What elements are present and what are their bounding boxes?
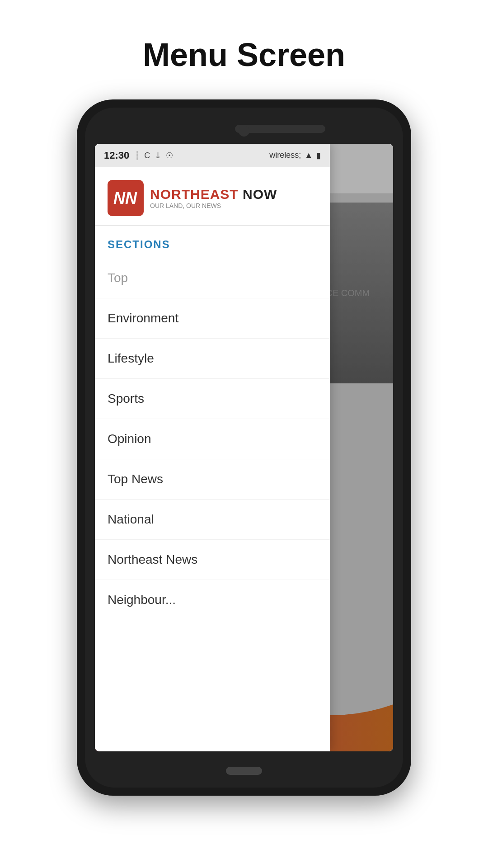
logo-icon: NN: [108, 180, 144, 216]
status-icons: ┆ C ⤓ ☉: [135, 151, 173, 160]
shield-icon: ☉: [166, 151, 173, 160]
menu-item-environment[interactable]: Environment: [95, 298, 330, 339]
phone-screen: NE NOW SPORTS OP... SERVICE COMM mmoneds…: [95, 144, 393, 751]
sections-label: SECTIONS: [95, 226, 330, 258]
menu-item-national[interactable]: National: [95, 500, 330, 540]
logo-northeast: NORTHEAST: [150, 187, 239, 202]
battery-icon: ▮: [316, 151, 321, 160]
menu-item-northeast-news[interactable]: Northeast News: [95, 540, 330, 580]
side-drawer: 12:30 ┆ C ⤓ ☉ wireless; ▲ ▮: [95, 144, 330, 751]
phone-home-button[interactable]: [226, 767, 262, 775]
temp-icon: C: [144, 151, 150, 160]
phone-shell: NE NOW SPORTS OP... SERVICE COMM mmoneds…: [77, 99, 411, 796]
page-title: Menu Screen: [0, 0, 488, 100]
menu-item-top[interactable]: Top: [95, 258, 330, 298]
logo-tagline: OUR LAND, OUR NEWS: [150, 202, 277, 209]
phone-inner: NE NOW SPORTS OP... SERVICE COMM mmoneds…: [85, 108, 403, 788]
menu-list: Top Environment Lifestyle Sports Opinion…: [95, 258, 330, 620]
logo-svg: NN: [110, 182, 141, 214]
menu-item-opinion[interactable]: Opinion: [95, 419, 330, 459]
download-icon: ⤓: [155, 151, 161, 160]
menu-item-sports[interactable]: Sports: [95, 379, 330, 419]
menu-item-top-news[interactable]: Top News: [95, 459, 330, 500]
network-icon: ┆: [135, 151, 140, 160]
logo-now: NOW: [239, 187, 277, 202]
wifi-icon: wireless;: [269, 151, 301, 160]
menu-item-lifestyle[interactable]: Lifestyle: [95, 339, 330, 379]
phone-camera: [239, 126, 249, 137]
menu-item-neighbours[interactable]: Neighbour...: [95, 580, 330, 620]
status-bar: 12:30 ┆ C ⤓ ☉ wireless; ▲ ▮: [95, 144, 330, 167]
drawer-logo: NN NORTHEAST NOW OUR LAND, OUR NEWS: [95, 167, 330, 226]
drawer-overlay[interactable]: [330, 144, 393, 751]
logo-brand-line: NORTHEAST NOW: [150, 187, 277, 202]
status-right-icons: wireless; ▲ ▮: [269, 151, 321, 160]
wifi-icon-2: ▲: [305, 151, 313, 160]
logo-text-group: NORTHEAST NOW OUR LAND, OUR NEWS: [150, 187, 277, 209]
svg-text:NN: NN: [113, 189, 137, 208]
status-time: 12:30: [104, 150, 129, 161]
